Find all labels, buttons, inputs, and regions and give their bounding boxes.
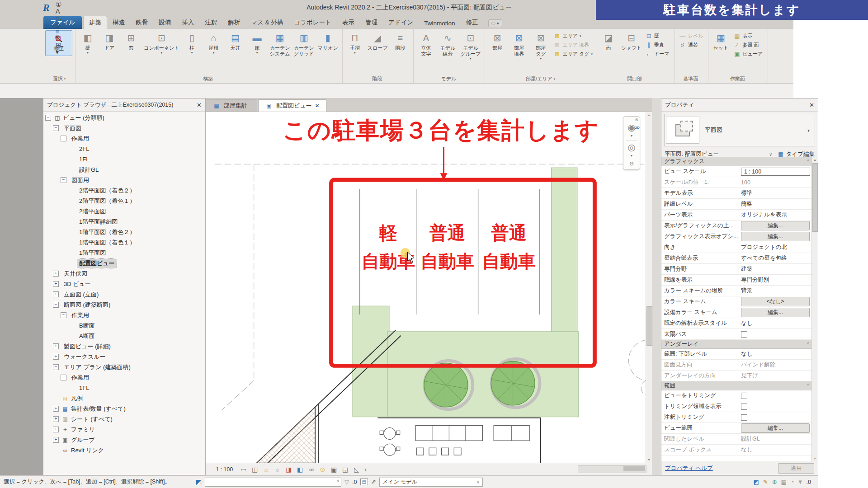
ribbon-button[interactable]: ▦ セット [710, 30, 731, 55]
navbar-close-icon[interactable]: ⊗ [635, 117, 638, 122]
property-value[interactable]: なし [739, 446, 812, 454]
ribbon-button[interactable]: ⊠ 部屋 [487, 30, 508, 61]
property-row[interactable]: 図面見方向 バインド解除 [661, 360, 812, 371]
steering-wheel-icon[interactable]: ◉2D [627, 122, 635, 133]
canvas-horizontal-scrollbar[interactable] [578, 465, 646, 473]
tree-item[interactable]: − 作業用 [43, 310, 205, 320]
filter-icon[interactable]: ▽ [344, 479, 349, 485]
ribbon-tab[interactable]: 建築 [83, 16, 107, 29]
property-row[interactable]: カラー スキームの場所 背景 [661, 286, 812, 296]
tree-item[interactable]: 2階平面図（着色１） [43, 196, 205, 206]
property-value[interactable]: 背景 [739, 287, 812, 295]
ribbon-button[interactable]: ◢ スロープ [366, 30, 389, 55]
ribbon-small-button[interactable]: ⊠ エリア▾ [552, 32, 594, 40]
tree-item[interactable]: 1FL [43, 154, 205, 164]
property-value[interactable]: 編集... [739, 423, 812, 433]
property-value[interactable]: なし [739, 319, 812, 327]
ribbon-button[interactable]: ⊟ シャフト [620, 30, 643, 55]
ribbon-group-label[interactable]: モデル [415, 75, 483, 83]
ribbon-group-label[interactable]: 開口部 [598, 75, 673, 83]
ribbon-tab[interactable]: 挿入 [176, 16, 199, 29]
ribbon-group-label[interactable]: 階段 [344, 75, 412, 83]
canvas-vertical-scrollbar[interactable]: ▴ ▾ [646, 112, 652, 463]
tree-expander-icon[interactable]: + [53, 437, 59, 443]
close-icon[interactable]: ✕ [197, 102, 202, 108]
tree-item[interactable]: − ◫ ビュー (分類順) [43, 113, 205, 123]
tree-item[interactable]: − 断面図 (建築断面) [43, 300, 205, 310]
view-scale-button[interactable]: 1 : 100 [216, 466, 233, 473]
workset-combobox[interactable] [205, 478, 341, 487]
qat-icon[interactable]: ≡ [55, 28, 68, 35]
tree-expander-icon[interactable]: − [61, 312, 66, 318]
project-browser-header[interactable]: プロジェクト ブラウザ - 二上Exercise0307(2015) ✕ [43, 99, 205, 112]
ribbon-button[interactable]: ▦ カーテンシステム [269, 30, 292, 61]
property-value[interactable]: <なし> [739, 297, 812, 306]
property-row[interactable]: 専門分野 建築 [661, 264, 812, 275]
property-value[interactable] [739, 414, 812, 421]
view-control-icon[interactable]: ⊙ [318, 466, 327, 473]
tree-item[interactable]: − エリア プラン (建築面積) [43, 362, 205, 372]
property-row[interactable]: モデル表示 標準 [661, 188, 812, 199]
qat-icon[interactable]: ▾ [55, 48, 68, 55]
view-control-icon[interactable]: ∞ [307, 466, 316, 473]
tree-expander-icon[interactable]: − [53, 302, 59, 308]
ribbon-small-button[interactable]: ∥ 垂直 [644, 41, 673, 49]
property-value[interactable]: 編集... [739, 308, 812, 317]
property-value[interactable]: 編集... [739, 232, 812, 241]
property-row[interactable]: 関連したレベル 設計GL [661, 434, 812, 445]
ribbon-button[interactable]: ▯ 柱 ▾ [182, 30, 203, 61]
tree-expander-icon[interactable]: − [45, 115, 51, 121]
tree-expander-icon[interactable]: + [53, 416, 59, 422]
view-control-icon[interactable]: ◧ [296, 466, 304, 473]
property-value[interactable]: 建築 [739, 265, 812, 273]
view-control-icon[interactable]: ◨ [284, 466, 293, 473]
property-row[interactable]: 太陽パス [661, 329, 812, 340]
property-row[interactable]: 詳細レベル 簡略 [661, 199, 812, 210]
tree-item[interactable]: + 3D ビュー [43, 279, 205, 289]
property-value[interactable]: 簡略 [739, 200, 812, 208]
revit-logo-icon[interactable]: R [43, 2, 50, 14]
tree-expander-icon[interactable]: − [53, 364, 59, 370]
view-control-icon[interactable]: ◫ [250, 466, 259, 473]
property-value[interactable]: 編集... [739, 221, 812, 230]
ribbon-tab[interactable]: 修正 [461, 16, 484, 29]
ribbon-tab[interactable]: 注釈 [199, 16, 222, 29]
property-row[interactable]: グラフィックス [661, 157, 812, 166]
tree-item[interactable]: 2階平面図（着色２） [43, 185, 205, 196]
properties-scrollbar[interactable]: ▴ ▾ [811, 157, 818, 461]
view-tab[interactable]: ▦ 部屋集計 [206, 99, 257, 112]
property-value[interactable] [739, 331, 812, 338]
ribbon-button[interactable]: A 立体文字 [415, 30, 436, 61]
ribbon-button[interactable]: ▤ 天井 [225, 30, 246, 61]
chevron-down-icon[interactable]: ∨ [769, 152, 772, 157]
tree-item[interactable]: − 図面用 [43, 175, 205, 185]
property-row[interactable]: スコープ ボックス なし [661, 445, 812, 455]
tree-item[interactable]: 配置図ビュー [43, 258, 205, 268]
qat-icon[interactable]: ① [55, 1, 68, 8]
tree-item[interactable]: ∞ Revit リンク [43, 445, 205, 455]
property-row[interactable]: 壁結合部表示 すべての壁を包絡 [661, 253, 812, 264]
chevron-down-icon[interactable]: ▾ [807, 128, 810, 133]
ribbon-small-button[interactable]: ▣ ビューア [732, 50, 766, 58]
property-row[interactable]: スケールの値 1: 100 [661, 177, 812, 188]
ribbon-tab[interactable]: 管理 [360, 16, 383, 29]
tree-expander-icon[interactable]: + [53, 343, 59, 349]
ribbon-group-label[interactable]: 基準面 [677, 75, 707, 83]
scrollbar-thumb[interactable] [812, 163, 818, 232]
tree-item[interactable]: + ▣ グループ [43, 435, 205, 445]
tree-item[interactable]: 1階平面図（着色２） [43, 227, 205, 237]
qat-icon[interactable]: ⊞▾ [55, 42, 68, 48]
editing-requests-icon[interactable]: ▤ [360, 479, 368, 485]
property-row[interactable]: 注釈トリミング [661, 412, 812, 423]
ribbon-button[interactable]: Π 手摺 ▾ [344, 30, 365, 55]
property-value[interactable]: 標準 [739, 189, 812, 197]
property-row[interactable]: トリミング領域を表示 [661, 401, 812, 412]
property-row[interactable]: ビューをトリミング [661, 390, 812, 401]
property-row[interactable]: グラフィックス表示オプシ... 編集... [661, 231, 812, 242]
ribbon-button[interactable]: ◨ ドア [99, 30, 120, 61]
property-row[interactable]: 表示/グラフィックスの上... 編集... [661, 221, 812, 231]
property-row[interactable]: 範囲 [661, 381, 812, 390]
tree-item[interactable]: 1FL [43, 383, 205, 393]
property-value[interactable]: プロジェクトの北 [739, 244, 812, 251]
tree-item[interactable]: + 天井伏図 [43, 268, 205, 279]
